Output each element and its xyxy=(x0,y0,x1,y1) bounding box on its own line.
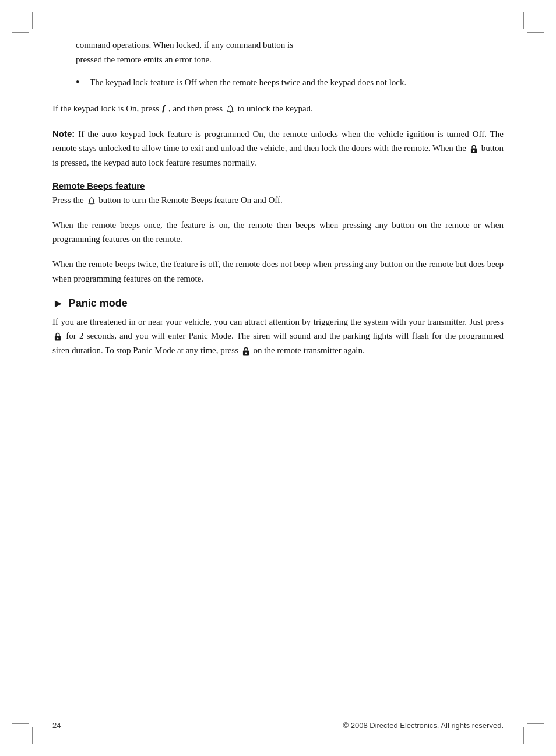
unlock-text-after: to unlock the keypad. xyxy=(238,104,313,113)
button-text: button to turn the Remote Beeps feature … xyxy=(98,195,282,205)
svg-point-2 xyxy=(473,150,474,152)
corner-mark-tl-v xyxy=(32,12,33,29)
unlock-paragraph: If the keypad lock is On, press ƒ , and … xyxy=(52,100,504,117)
arrow-right-icon: ► xyxy=(52,297,64,310)
intro-block: command operations. When locked, if any … xyxy=(52,38,504,90)
footer: 24 © 2008 Directed Electronics. All righ… xyxy=(52,721,504,730)
f-icon: ƒ xyxy=(161,103,167,114)
page: command operations. When locked, if any … xyxy=(0,0,556,756)
lock-icon-panic-2 xyxy=(242,347,250,356)
content-area: command operations. When locked, if any … xyxy=(52,32,504,358)
panic-mode-heading: ► Panic mode xyxy=(52,297,504,310)
unlock-text-middle: , and then press xyxy=(168,104,225,113)
corner-mark-tl-h xyxy=(12,32,29,33)
press-the-text: Press the xyxy=(52,195,84,205)
svg-point-7 xyxy=(245,352,247,354)
panic-text-2: for 2 xyxy=(66,331,86,340)
bell-icon-remote-beeps xyxy=(87,196,96,206)
beeps-once-para: When the remote beeps once, the feature … xyxy=(52,218,504,247)
corner-mark-bl-h xyxy=(12,723,29,724)
lock-icon-panic-1 xyxy=(54,332,62,342)
corner-mark-br-v xyxy=(523,727,524,744)
note-paragraph: Note: If the auto keypad lock feature is… xyxy=(52,127,504,170)
unlock-text-before: If the keypad lock is On, press xyxy=(52,104,161,113)
seconds-text: seconds xyxy=(87,331,115,340)
bullet-dot: • xyxy=(76,75,86,90)
remote-beeps-intro-para: Press the button to turn the Remote Beep… xyxy=(52,193,504,208)
note-text: If the auto keypad lock feature is progr… xyxy=(52,129,504,153)
bullet-text-1: The keypad lock feature is Off when the … xyxy=(90,75,504,90)
corner-mark-bl-v xyxy=(32,727,33,744)
svg-point-3 xyxy=(91,197,92,198)
panic-text-1: If you are threatened in or near your ve… xyxy=(52,317,504,326)
copyright-text: © 2008 Directed Electronics. All rights … xyxy=(343,721,504,730)
remote-beeps-heading: Remote Beeps feature xyxy=(52,181,504,191)
corner-mark-tr-v xyxy=(523,12,524,29)
svg-point-0 xyxy=(230,105,230,106)
lock-icon-note xyxy=(470,145,478,154)
panic-paragraph: If you are threatened in or near your ve… xyxy=(52,315,504,358)
bell-icon-unlock xyxy=(226,104,234,114)
panic-text-4: on the remote transmitter again. xyxy=(254,346,365,355)
note-label: Note: xyxy=(52,129,75,139)
corner-mark-br-h xyxy=(527,723,544,724)
beeps-twice-para: When the remote beeps twice, the feature… xyxy=(52,257,504,286)
intro-text: command operations. When locked, if any … xyxy=(76,38,504,67)
corner-mark-tr-h xyxy=(527,32,544,33)
panic-heading-text: Panic mode xyxy=(69,297,128,310)
svg-point-5 xyxy=(57,338,59,340)
bullet-item-1: • The keypad lock feature is Off when th… xyxy=(76,75,504,90)
page-number: 24 xyxy=(52,721,61,730)
